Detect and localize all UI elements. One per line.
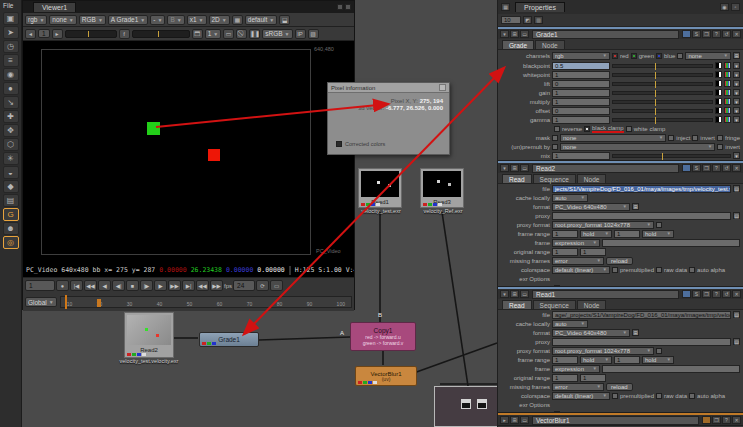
reload-button[interactable]: reload bbox=[606, 383, 633, 391]
gamma-slider[interactable] bbox=[612, 118, 713, 122]
channels-dropdown[interactable]: rgb▼ bbox=[25, 15, 47, 25]
display-style-dropdown[interactable]: RGB▼ bbox=[79, 15, 106, 25]
b-input-dropdown[interactable]: B▼ bbox=[167, 15, 184, 25]
vectorblur1-hide-icon[interactable]: ▭ bbox=[520, 416, 529, 424]
orig-end-field[interactable]: 1 bbox=[580, 248, 606, 256]
trash-icon[interactable]: ▥ bbox=[534, 16, 543, 24]
deep-icon[interactable]: ◆ bbox=[3, 180, 19, 193]
tab-read[interactable]: Read bbox=[502, 300, 532, 309]
cache-dropdown[interactable]: auto▼ bbox=[552, 194, 588, 202]
orig-end-field[interactable]: 1 bbox=[580, 374, 606, 382]
node-read2[interactable]: Read2 bbox=[124, 312, 174, 358]
grade1-float-icon[interactable]: ❐ bbox=[702, 30, 711, 38]
time-icon[interactable]: ◷ bbox=[3, 40, 19, 53]
stereo-default-dropdown[interactable]: default▼ bbox=[245, 15, 277, 25]
file-browse-icon[interactable]: ▤ bbox=[733, 311, 740, 318]
jump-forward-button[interactable]: ▶▶ bbox=[210, 280, 223, 291]
lift-swatch-icon[interactable] bbox=[715, 80, 722, 87]
node-copy1[interactable]: Copy1 red -> forward.u green -> forward.… bbox=[350, 322, 416, 351]
blue-checkbox[interactable] bbox=[656, 53, 662, 59]
read2-channels-icon[interactable]: ⊞ bbox=[510, 164, 519, 172]
loop-icon[interactable]: ⟳ bbox=[256, 280, 269, 291]
unpremult-invert-checkbox[interactable] bbox=[717, 144, 723, 150]
grade1-hide-icon[interactable]: ▭ bbox=[520, 30, 529, 38]
viewer-colorspace-dropdown[interactable]: sRGB▼ bbox=[262, 29, 292, 39]
proxy-format-dropdown[interactable]: root.proxy_format 1024x778▼ bbox=[552, 221, 654, 229]
next-keyframe-button[interactable]: ▶▶ bbox=[168, 280, 181, 291]
gain-field[interactable]: 1 bbox=[552, 89, 610, 97]
red-checkbox[interactable] bbox=[612, 53, 618, 59]
grade1-close-icon[interactable]: ✕ bbox=[732, 30, 741, 38]
file-field[interactable]: age/_projects/S1/VampireDog/FD_016_01/ma… bbox=[552, 311, 731, 319]
mix-slider[interactable] bbox=[612, 154, 731, 158]
panel-menu-icon[interactable] bbox=[337, 4, 343, 10]
auto-alpha-checkbox[interactable] bbox=[689, 267, 695, 273]
premultiplied-checkbox[interactable] bbox=[612, 267, 618, 273]
layer-dropdown[interactable]: none▼ bbox=[49, 15, 76, 25]
read2-name-field[interactable]: Read2 bbox=[532, 164, 679, 173]
colorspace-dropdown[interactable]: default (linear)▼ bbox=[552, 392, 610, 400]
mask-dropdown[interactable]: none▼ bbox=[560, 134, 666, 142]
record-icon[interactable]: ● bbox=[56, 280, 69, 291]
gain-plus-icon[interactable]: ▸ bbox=[52, 29, 63, 39]
unpremult-checkbox[interactable] bbox=[552, 144, 558, 150]
channels-extra-dropdown[interactable]: none▼ bbox=[685, 52, 731, 60]
tab-sequence[interactable]: Sequence bbox=[533, 300, 576, 309]
read1-collapse-icon[interactable]: ▾ bbox=[500, 290, 509, 298]
tab-node[interactable]: Node bbox=[577, 174, 607, 183]
proxy-format-checkbox[interactable] bbox=[656, 222, 662, 228]
mask-checkbox[interactable] bbox=[552, 135, 558, 141]
read2-close-icon[interactable]: ✕ bbox=[732, 164, 741, 172]
read2-float-icon[interactable]: ❐ bbox=[702, 164, 711, 172]
gain-swatch-icon[interactable] bbox=[715, 89, 722, 96]
hold1-dropdown[interactable]: hold▼ bbox=[580, 356, 612, 364]
black-clamp-checkbox[interactable] bbox=[584, 126, 590, 132]
read2-help-icon[interactable]: ? bbox=[712, 164, 721, 172]
multiply-field[interactable]: 1 bbox=[552, 98, 610, 106]
image-read-icon[interactable]: ▣ bbox=[3, 12, 19, 25]
threed-icon[interactable]: ⬡ bbox=[3, 138, 19, 151]
grade1-help-icon[interactable]: ? bbox=[712, 30, 721, 38]
tab-sequence[interactable]: Sequence bbox=[533, 174, 576, 183]
blackpoint-color-icon[interactable] bbox=[724, 62, 731, 69]
whitepoint-swatch-icon[interactable] bbox=[715, 71, 722, 78]
merge-icon[interactable]: ✚ bbox=[3, 110, 19, 123]
play-forward-button[interactable]: ▶ bbox=[154, 280, 167, 291]
channels-dropdown[interactable]: rgb▼ bbox=[552, 52, 610, 60]
views-icon[interactable]: ◒ bbox=[3, 166, 19, 179]
viewer-tab[interactable]: Viewer1 bbox=[33, 2, 76, 12]
read2-center-icon[interactable] bbox=[682, 164, 691, 172]
proxy-field[interactable] bbox=[552, 212, 731, 220]
mix-anim-icon[interactable]: ▾ bbox=[733, 152, 740, 159]
popup-close-icon[interactable] bbox=[439, 84, 446, 91]
current-frame-field[interactable]: 1 bbox=[25, 280, 55, 291]
frame-mode-dropdown[interactable]: expression▼ bbox=[552, 239, 600, 247]
reload-button[interactable]: reload bbox=[606, 257, 633, 265]
read1-float-icon[interactable]: ❐ bbox=[702, 290, 711, 298]
gamma-slider[interactable] bbox=[132, 30, 190, 38]
proxy-browse-icon[interactable]: ▤ bbox=[733, 212, 740, 219]
whitepoint-color-icon[interactable] bbox=[724, 71, 731, 78]
file-field[interactable]: jects/S1/VampireDog/FD_016_01/maya/image… bbox=[552, 185, 731, 193]
proxy-format-dropdown[interactable]: root.proxy_format 1024x778▼ bbox=[552, 347, 654, 355]
gizmo-icon[interactable]: G bbox=[3, 208, 19, 221]
clipping-icon[interactable]: 🗖 bbox=[192, 29, 203, 39]
read2-hide-icon[interactable]: ▭ bbox=[520, 164, 529, 172]
metadata-icon[interactable]: ▤ bbox=[3, 194, 19, 207]
vectorblur1-close-icon[interactable]: ✕ bbox=[732, 416, 741, 424]
gain-slider[interactable] bbox=[65, 30, 117, 38]
format-update-icon[interactable]: ⊞ bbox=[632, 203, 639, 210]
blend-dropdown[interactable]: -▼ bbox=[150, 15, 165, 25]
read1-revert-icon[interactable]: ↺ bbox=[722, 290, 731, 298]
transform-icon[interactable]: ✥ bbox=[3, 124, 19, 137]
read1-channels-icon[interactable]: ⊞ bbox=[510, 290, 519, 298]
multiply-color-icon[interactable] bbox=[724, 98, 731, 105]
view-mode-dropdown[interactable]: 2D▼ bbox=[209, 15, 230, 25]
gain-color-icon[interactable] bbox=[724, 89, 731, 96]
offset-anim-icon[interactable]: ▾ bbox=[733, 107, 740, 114]
f-toggle[interactable]: f bbox=[119, 29, 130, 39]
color-icon[interactable]: ◉ bbox=[3, 68, 19, 81]
rop-icon[interactable]: ▦ bbox=[232, 15, 243, 25]
offset-slider[interactable] bbox=[612, 109, 713, 113]
offset-color-icon[interactable] bbox=[724, 107, 731, 114]
